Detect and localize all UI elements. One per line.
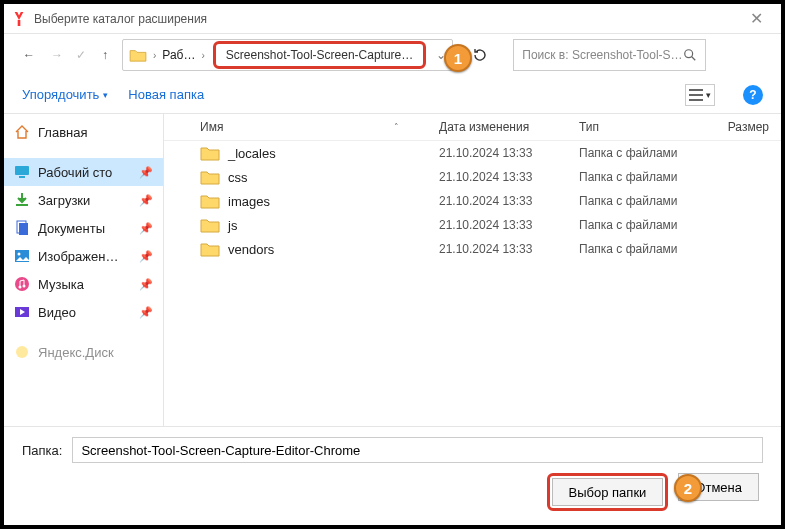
table-row[interactable]: css21.10.2024 13:33Папка с файлами [164,165,781,189]
folder-name-row: Папка: [22,437,763,463]
sidebar-item-label: Загрузки [38,193,90,208]
search-icon [683,48,697,62]
titlebar: Выберите каталог расширения ✕ [4,4,781,34]
yadisk-icon [14,344,30,360]
toolbar: Упорядочить ▾ Новая папка ▾ ? [4,76,781,114]
pin-icon: 📌 [139,306,153,319]
sidebar-item-label: Видео [38,305,76,320]
svg-point-0 [684,50,692,58]
sidebar-item-label: Изображен… [38,249,118,264]
pictures-icon [14,248,30,264]
search-placeholder: Поиск в: Screenshot-Tool-S… [522,48,682,62]
new-folder-label: Новая папка [128,87,204,102]
dialog-footer: Папка: Выбор папки Отмена [4,427,781,525]
breadcrumb-current[interactable]: Screenshot-Tool-Screen-Capture… [213,41,426,69]
up-button[interactable]: ↑ [94,44,116,66]
window-title: Выберите каталог расширения [34,12,207,26]
pin-icon: 📌 [139,194,153,207]
annotation-badge-2: 2 [674,474,702,502]
navigation-bar: ← → ✓ ↑ › Раб… › Screenshot-Tool-Screen-… [4,34,781,76]
table-row[interactable]: images21.10.2024 13:33Папка с файлами [164,189,781,213]
table-row[interactable]: _locales21.10.2024 13:33Папка с файлами [164,141,781,165]
file-date: 21.10.2024 13:33 [439,242,579,256]
download-icon [14,192,30,208]
refresh-button[interactable] [469,44,491,66]
svg-rect-5 [19,223,28,235]
folder-name-input[interactable] [72,437,763,463]
column-type[interactable]: Тип [579,120,709,134]
sidebar: Главная Рабочий сто 📌 Загрузки 📌 Докумен… [4,114,164,426]
folder-label: Папка: [22,443,62,458]
svg-rect-1 [15,166,29,175]
table-row[interactable]: js21.10.2024 13:33Папка с файлами [164,213,781,237]
chevron-down-icon: ▾ [706,90,711,100]
breadcrumb-current-label: Screenshot-Tool-Screen-Capture… [226,48,413,62]
file-type: Папка с файлами [579,194,709,208]
select-folder-button[interactable]: Выбор папки [552,478,664,506]
music-icon [14,276,30,292]
folder-icon [200,217,220,233]
file-date: 21.10.2024 13:33 [439,170,579,184]
folder-icon [200,169,220,185]
file-name: _locales [228,146,276,161]
sort-asc-icon: ˄ [394,122,399,132]
file-date: 21.10.2024 13:33 [439,194,579,208]
organize-menu[interactable]: Упорядочить ▾ [22,87,108,102]
folder-icon [129,48,147,62]
chevron-right-icon: › [153,50,156,61]
file-date: 21.10.2024 13:33 [439,218,579,232]
column-size[interactable]: Размер [709,120,769,134]
yandex-logo-icon [12,12,26,26]
sidebar-item-downloads[interactable]: Загрузки 📌 [4,186,163,214]
home-icon [14,124,30,140]
folder-icon [200,241,220,257]
desktop-icon [14,164,30,180]
sidebar-item-pictures[interactable]: Изображен… 📌 [4,242,163,270]
dialog-buttons: Выбор папки Отмена [22,473,763,511]
column-headers: Имя ˄ Дата изменения Тип Размер [164,114,781,141]
search-input[interactable]: Поиск в: Screenshot-Tool-S… [513,39,705,71]
sidebar-item-label: Документы [38,221,105,236]
sidebar-item-video[interactable]: Видео 📌 [4,298,163,326]
file-name: js [228,218,237,233]
svg-point-8 [15,277,29,291]
sidebar-item-documents[interactable]: Документы 📌 [4,214,163,242]
file-name: css [228,170,248,185]
sidebar-item-label: Яндекс.Диск [38,345,114,360]
sidebar-item-desktop[interactable]: Рабочий сто 📌 [4,158,163,186]
select-folder-highlight: Выбор папки [547,473,669,511]
organize-label: Упорядочить [22,87,99,102]
table-row[interactable]: vendors21.10.2024 13:33Папка с файлами [164,237,781,261]
close-icon[interactable]: ✕ [740,5,773,32]
sidebar-item-label: Рабочий сто [38,165,112,180]
sidebar-item-home[interactable]: Главная [4,118,163,146]
file-type: Папка с файлами [579,146,709,160]
annotation-badge-1: 1 [444,44,472,72]
address-bar[interactable]: › Раб… › Screenshot-Tool-Screen-Capture…… [122,39,453,71]
svg-point-10 [23,285,26,288]
column-name[interactable]: Имя ˄ [200,120,439,134]
nav-separator: ✓ [76,48,86,62]
help-button[interactable]: ? [743,85,763,105]
svg-point-9 [19,286,22,289]
sidebar-item-music[interactable]: Музыка 📌 [4,270,163,298]
list-view-icon [689,89,703,101]
file-name: vendors [228,242,274,257]
svg-rect-3 [16,204,28,206]
column-date[interactable]: Дата изменения [439,120,579,134]
new-folder-button[interactable]: Новая папка [128,87,204,102]
file-list-pane: Имя ˄ Дата изменения Тип Размер _locales… [164,114,781,426]
forward-button[interactable]: → [46,44,68,66]
breadcrumb-segment[interactable]: Раб… [162,48,195,62]
chevron-down-icon: ▾ [103,90,108,100]
documents-icon [14,220,30,236]
pin-icon: 📌 [139,166,153,179]
folder-picker-dialog: Выберите каталог расширения ✕ ← → ✓ ↑ › … [4,4,781,525]
chevron-right-icon: › [202,50,205,61]
sidebar-item-label: Музыка [38,277,84,292]
sidebar-item-yadisk[interactable]: Яндекс.Диск [4,338,163,366]
file-rows: _locales21.10.2024 13:33Папка с файламиc… [164,141,781,426]
view-options-button[interactable]: ▾ [685,84,715,106]
back-button[interactable]: ← [18,44,40,66]
file-type: Папка с файлами [579,242,709,256]
